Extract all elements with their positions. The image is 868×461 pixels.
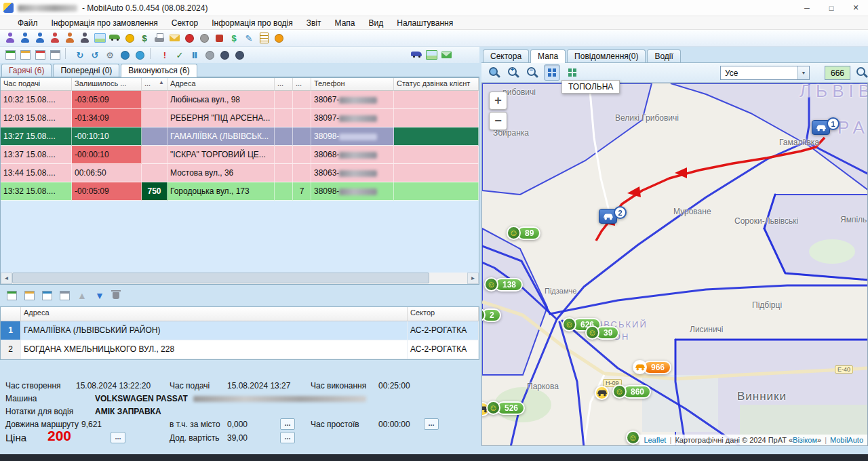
scroll-left-button[interactable]: ◄ [1, 273, 12, 284]
alert-icon[interactable] [272, 31, 285, 45]
tab-map[interactable]: Мапа [530, 49, 566, 63]
map-sectors-toggle-button[interactable] [544, 64, 560, 81]
extra-cost-more-button[interactable]: ... [280, 432, 295, 443]
coin-icon[interactable] [123, 31, 136, 45]
sector-marker-partial[interactable]: ☺ [626, 430, 640, 445]
vizicom-link[interactable]: Візіком [793, 436, 817, 444]
sector-marker-39[interactable]: ☺39 [585, 325, 619, 340]
refresh-icon[interactable]: ↻ [73, 48, 87, 62]
column-badge[interactable]: ...▲ [142, 78, 167, 91]
gps-car-icon[interactable] [410, 48, 423, 62]
tab-messages[interactable]: Повідомлення(0) [567, 49, 646, 62]
city-part-more-button[interactable]: ... [280, 418, 295, 430]
confirm-icon[interactable]: ✓ [173, 48, 186, 62]
menu-Сектор[interactable]: Сектор [165, 18, 205, 28]
column-sector[interactable]: Сектор [408, 307, 479, 321]
menu-Мапа[interactable]: Мапа [328, 18, 362, 28]
edit-icon[interactable]: ✎ [242, 31, 256, 45]
column-address[interactable]: Адреса [21, 307, 408, 321]
mail-send-icon[interactable] [439, 48, 453, 62]
clock-icon[interactable] [118, 48, 132, 62]
money-icon[interactable]: $ [138, 31, 151, 45]
record-off-icon[interactable] [197, 31, 211, 45]
block-icon[interactable] [212, 31, 226, 45]
mobilauto-link[interactable]: MobilAuto [830, 436, 863, 444]
map-markers-toggle-button[interactable] [564, 64, 580, 81]
order-row[interactable]: 13:37 15.08.... -00:00:10 "ІСКРА" ТОРГОВ… [1, 146, 479, 164]
price-more-button[interactable]: ... [111, 432, 125, 443]
address-copy-icon[interactable] [56, 287, 73, 304]
column-phone[interactable]: Телефон [311, 78, 394, 91]
order-row[interactable]: 10:32 15.08.... -03:05:09 Любінська вул.… [1, 91, 479, 109]
globe-icon[interactable] [133, 48, 146, 62]
sector-marker-138[interactable]: ☺138 [484, 277, 523, 292]
journal-icon[interactable] [257, 31, 271, 45]
chevron-down-icon[interactable]: ▼ [797, 66, 809, 79]
client-icon[interactable] [18, 31, 32, 45]
tab-sectors[interactable]: Сектора [483, 49, 529, 62]
mail-icon[interactable] [167, 31, 181, 45]
column-x2[interactable]: ... [293, 78, 311, 91]
column-number[interactable] [1, 307, 21, 321]
taxi-marker[interactable] [595, 386, 609, 400]
map-add-icon[interactable] [425, 48, 438, 62]
sector-marker-2[interactable]: ☺2 [481, 308, 501, 322]
car-search-input[interactable] [825, 66, 850, 80]
leaflet-link[interactable]: Leaflet [644, 436, 666, 444]
order-row[interactable]: 13:32 15.08.... -00:05:09 750 Городоцька… [1, 182, 479, 201]
scroll-right-button[interactable]: ► [467, 273, 479, 284]
map-canvas[interactable]: + − Leaflet | Картографічні дані © 2024 … [481, 83, 868, 446]
scroll-thumb[interactable] [12, 273, 429, 283]
map-zoom-in-button[interactable]: + [505, 64, 521, 81]
sector-marker-860[interactable]: ☺860 [612, 384, 651, 399]
payment-icon[interactable]: $ [227, 31, 241, 45]
column-x1[interactable]: ... [275, 78, 293, 91]
order-edit-icon[interactable] [18, 48, 32, 62]
urgent-icon[interactable]: ! [158, 48, 172, 62]
column-time[interactable]: Час подачі [1, 78, 72, 91]
address-delete-icon[interactable] [109, 287, 125, 304]
sector-marker-89[interactable]: ☺89 [507, 226, 540, 240]
car-search-button[interactable] [853, 64, 868, 81]
tab-preliminary-orders[interactable]: Попередні (0) [53, 64, 119, 77]
sector-marker-526[interactable]: ☺526 [486, 401, 525, 415]
tab-executing-orders[interactable]: Виконуються (6) [121, 64, 197, 77]
order-new-icon[interactable] [3, 48, 17, 62]
maximize-button[interactable]: □ [819, 0, 844, 16]
time-world-icon[interactable] [233, 48, 246, 62]
photo-icon[interactable] [93, 31, 106, 45]
vehicle-marker-2[interactable]: 2 [599, 209, 627, 224]
column-remaining[interactable]: Залишилось ... [72, 78, 142, 91]
address-row-selected[interactable]: 1 ГАМАЛІЇВКА (ЛЬВІВСЬКИЙ РАЙОН) АС-2-РОГ… [1, 321, 479, 340]
map-filter-select[interactable]: Усе ▼ [720, 66, 810, 80]
column-call-status[interactable]: Статус дзвінка клієнт [394, 78, 479, 91]
menu-Налаштування[interactable]: Налаштування [390, 18, 460, 28]
menu-Звіт[interactable]: Звіт [300, 18, 328, 28]
sector-marker-966[interactable]: 966 [633, 360, 671, 374]
menu-Файл[interactable]: Файл [11, 18, 45, 28]
tab-hot-orders[interactable]: Гарячі (6) [1, 64, 52, 77]
move-up-icon[interactable]: ▲ [74, 287, 90, 304]
map-zoom-out[interactable]: − [489, 112, 507, 130]
tab-drivers[interactable]: Водії [647, 49, 680, 62]
pause-icon[interactable]: Ⅱ [188, 48, 201, 62]
stop-icon[interactable] [203, 48, 216, 62]
minimize-button[interactable]: ─ [795, 0, 819, 16]
menu-Вид[interactable]: Вид [362, 18, 391, 28]
settings-icon[interactable]: ⚙ [103, 48, 117, 62]
menu-Інформація про замовлення[interactable]: Інформація про замовлення [45, 18, 165, 28]
map-zoom-fit-button[interactable] [486, 64, 502, 81]
clients-group-icon[interactable] [63, 31, 77, 45]
address-add-icon[interactable] [3, 287, 20, 304]
address-edit-icon[interactable] [21, 287, 37, 304]
address-open-icon[interactable] [39, 287, 55, 304]
idle-more-button[interactable]: ... [424, 418, 439, 430]
order-row[interactable]: 13:44 15.08.... 00:06:50 Мостова вул., 3… [1, 164, 479, 182]
car-icon[interactable] [108, 31, 121, 45]
orders-horizontal-scrollbar[interactable]: ◄ ► [1, 273, 479, 284]
client-add-icon[interactable] [3, 31, 17, 45]
client-edit-icon[interactable] [33, 31, 47, 45]
map-zoom-out-button[interactable]: − [524, 64, 540, 81]
client-remove-icon[interactable] [48, 31, 62, 45]
record-icon[interactable] [182, 31, 196, 45]
